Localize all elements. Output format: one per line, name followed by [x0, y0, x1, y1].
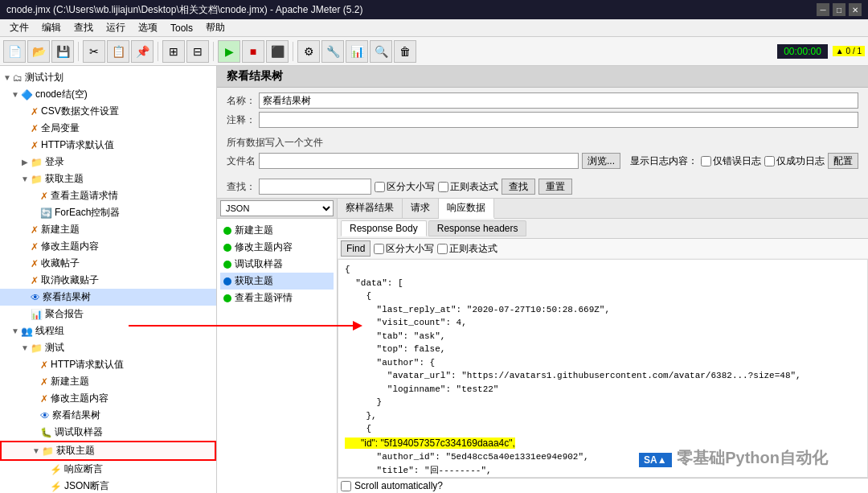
name-input[interactable] [259, 92, 858, 109]
sidebar-item-test2[interactable]: ▼ 📁 测试 [0, 339, 216, 356]
minimize-button[interactable]: ─ [817, 3, 829, 16]
cut-button[interactable]: ✂ [83, 40, 105, 63]
template-button[interactable]: 📊 [346, 40, 368, 63]
case-sensitive-checkbox[interactable] [375, 182, 385, 192]
selector-debug[interactable]: 调试取样器 [220, 256, 334, 273]
selector-modify-topic[interactable]: 修改主题内容 [220, 239, 334, 256]
status-green-icon [223, 294, 231, 302]
sidebar-item-test-plan[interactable]: ▼ 🗂 测试计划 [0, 69, 216, 86]
tab-response-data[interactable]: 响应数据 [439, 199, 494, 219]
menu-file[interactable]: 文件 [3, 19, 35, 36]
clear-button[interactable]: 🗑 [394, 40, 416, 63]
regex-checkbox2[interactable] [437, 244, 448, 254]
sidebar-item-response-assert[interactable]: ⚡ 响应断言 [0, 461, 216, 478]
sidebar-label: 获取主题 [56, 444, 95, 458]
sidebar-item-modify-topic2[interactable]: ✗ 修改主题内容 [0, 390, 216, 407]
menu-options[interactable]: 选项 [132, 19, 164, 36]
sidebar-item-json-assert[interactable]: ⚡ JSON断言 [0, 478, 216, 493]
folder-icon: 🗂 [13, 72, 23, 84]
sidebar-item-csv[interactable]: ✗ CSV数据文件设置 [0, 103, 216, 120]
sidebar-item-modify-topic[interactable]: ✗ 修改主题内容 [0, 238, 216, 255]
sidebar-item-vars[interactable]: ✗ 全局变量 [0, 120, 216, 137]
collapse-button[interactable]: ⊟ [186, 40, 209, 63]
selector-new-topic[interactable]: 新建主题 [220, 222, 334, 239]
case-checkbox[interactable] [374, 244, 384, 254]
menu-run[interactable]: 运行 [100, 19, 132, 36]
expand-button[interactable]: ⊞ [162, 40, 185, 63]
case-sensitive-check[interactable]: 区分大小写 [375, 180, 435, 194]
sidebar-item-http-defaults[interactable]: ✗ HTTP请求默认值 [0, 137, 216, 154]
sub-tab-headers[interactable]: Response headers [428, 220, 527, 236]
comment-input[interactable] [259, 112, 858, 128]
copy-button[interactable]: 📋 [107, 40, 129, 63]
sidebar-item-modify-header[interactable]: ✗ 查看主题请求情 [0, 187, 216, 204]
case-check[interactable]: 区分大小写 [374, 242, 434, 256]
sidebar-item-new-topic2[interactable]: ✗ 新建主题 [0, 373, 216, 390]
stop-all-button[interactable]: ⬛ [266, 40, 289, 63]
selector-get-topic[interactable]: 获取主题 [220, 273, 334, 290]
sidebar-item-aggregate[interactable]: 📊 聚合报告 [0, 306, 216, 323]
selector-view-topic[interactable]: 查看主题评情 [220, 290, 334, 306]
json-content[interactable]: { "data": [ { "last_reply_at": "2020-07-… [338, 259, 868, 478]
search-input[interactable] [259, 179, 371, 195]
tab-request[interactable]: 请求 [403, 199, 439, 218]
sub-tab-body[interactable]: Response Body [341, 220, 427, 236]
sidebar-item-cnode[interactable]: ▼ 🔷 cnode结(空) [0, 86, 216, 103]
sidebar-item-get-topic2[interactable]: ▼ 📁 获取主题 [0, 441, 216, 461]
expand-icon: ▼ [21, 343, 29, 352]
sidebar-item-new-topic[interactable]: ✗ 新建主题 [0, 221, 216, 238]
search-button[interactable]: 查找 [502, 179, 535, 195]
file-input[interactable] [259, 153, 579, 169]
new-button[interactable]: 📄 [3, 40, 26, 63]
sidebar-item-view-results[interactable]: 👁 察看结果树 [0, 289, 216, 306]
sidebar-item-get-topic[interactable]: ▼ 📁 获取主题 [0, 170, 216, 187]
folder-icon: 🔷 [21, 89, 33, 101]
regex-check2[interactable]: 正则表达式 [437, 242, 497, 256]
sidebar-item-debug[interactable]: 🐛 调试取样器 [0, 424, 216, 441]
open-button[interactable]: 📂 [27, 40, 50, 63]
menu-find[interactable]: 查找 [68, 19, 100, 36]
sidebar-item-group[interactable]: ▼ 👥 线程组 [0, 323, 216, 339]
stop-button[interactable]: ■ [242, 40, 264, 63]
format-selector[interactable]: JSON Text XML [220, 200, 334, 216]
sidebar-label: 察看结果树 [43, 290, 91, 304]
maximize-button[interactable]: □ [833, 3, 845, 16]
search2-button[interactable]: 🔍 [370, 40, 392, 63]
close-button[interactable]: ✕ [849, 3, 862, 16]
item-icon: ✗ [31, 224, 39, 236]
error-log-checkbox[interactable] [701, 156, 711, 166]
sidebar-item-foreach[interactable]: 🔄 ForEach控制器 [0, 204, 216, 221]
content-panel: 察看结果树 名称： 注释： 所有数据写入一个文件 文件名 浏览... 显示日志内… [217, 66, 868, 493]
sidebar-item-collect[interactable]: ✗ 收藏帖子 [0, 255, 216, 272]
run-button[interactable]: ▶ [218, 40, 240, 63]
sidebar-label: 调试取样器 [55, 425, 103, 439]
reset-button[interactable]: 重置 [538, 179, 572, 195]
item-icon: ✗ [31, 275, 39, 286]
menu-edit[interactable]: 编辑 [35, 19, 68, 36]
browse-button[interactable]: 浏览... [582, 153, 620, 169]
paste-button[interactable]: 📌 [131, 40, 154, 63]
find-button[interactable]: Find [341, 240, 371, 257]
item-icon: ✗ [40, 393, 48, 405]
menu-help[interactable]: 帮助 [199, 19, 231, 36]
regex-check[interactable]: 正则表达式 [438, 180, 498, 194]
config-button[interactable]: 配置 [828, 153, 858, 169]
remote-stop-button[interactable]: 🔧 [321, 40, 344, 63]
sidebar-item-login[interactable]: ▶ 📁 登录 [0, 154, 216, 170]
result-tabs: 察样器结果 请求 响应数据 [338, 199, 868, 219]
menu-bar: 文件 编辑 查找 运行 选项 Tools 帮助 [0, 19, 868, 37]
success-log-check[interactable]: 仅成功日志 [764, 154, 825, 168]
regex-checkbox[interactable] [438, 182, 448, 192]
success-log-checkbox[interactable] [764, 156, 775, 166]
error-log-check[interactable]: 仅错误日志 [701, 154, 761, 168]
debug-icon: 🐛 [40, 427, 52, 438]
sidebar-item-view-results2[interactable]: 👁 察看结果树 [0, 407, 216, 424]
tab-sampler-result[interactable]: 察样器结果 [338, 199, 403, 218]
sidebar-item-cancel-collect[interactable]: ✗ 取消收藏贴子 [0, 272, 216, 289]
sidebar-label: HTTP请求默认值 [41, 138, 114, 152]
remote-run-button[interactable]: ⚙ [297, 40, 320, 63]
save-button[interactable]: 💾 [51, 40, 74, 63]
menu-tools[interactable]: Tools [164, 21, 199, 35]
sidebar-item-http-default2[interactable]: ✗ HTTP请求默认值 [0, 356, 216, 373]
scroll-checkbox[interactable] [341, 481, 351, 491]
